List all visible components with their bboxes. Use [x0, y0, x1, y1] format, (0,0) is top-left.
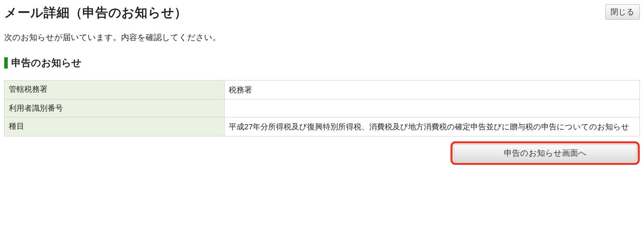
goto-notice-screen-button[interactable]: 申告のお知らせ画面へ	[454, 144, 637, 162]
label-user-id-number: 利用者識別番号	[5, 99, 225, 117]
table-row: 利用者識別番号	[5, 99, 640, 117]
action-row: 申告のお知らせ画面へ	[4, 141, 640, 165]
section-heading: 申告のお知らせ	[4, 56, 640, 70]
page-title: メール詳細（申告のお知らせ）	[4, 4, 187, 21]
table-row: 管轄税務署 税務署	[5, 80, 640, 99]
label-category: 種目	[5, 117, 225, 136]
intro-text: 次のお知らせが届いています。内容を確認してください。	[4, 32, 640, 43]
header-row: メール詳細（申告のお知らせ） 閉じる	[4, 4, 640, 21]
value-jurisdiction-office: 税務署	[225, 80, 640, 99]
label-jurisdiction-office: 管轄税務署	[5, 80, 225, 99]
section-accent-bar	[4, 57, 8, 69]
section-title-text: 申告のお知らせ	[11, 56, 82, 70]
close-button[interactable]: 閉じる	[605, 4, 640, 20]
table-row: 種目 平成27年分所得税及び復興特別所得税、消費税及び地方消費税の確定申告並びに…	[5, 117, 640, 136]
emphasis-outline: 申告のお知らせ画面へ	[450, 141, 640, 165]
value-category: 平成27年分所得税及び復興特別所得税、消費税及び地方消費税の確定申告並びに贈与税…	[225, 117, 640, 136]
value-user-id-number	[225, 99, 640, 117]
details-table: 管轄税務署 税務署 利用者識別番号 種目 平成27年分所得税及び復興特別所得税、…	[4, 80, 640, 136]
